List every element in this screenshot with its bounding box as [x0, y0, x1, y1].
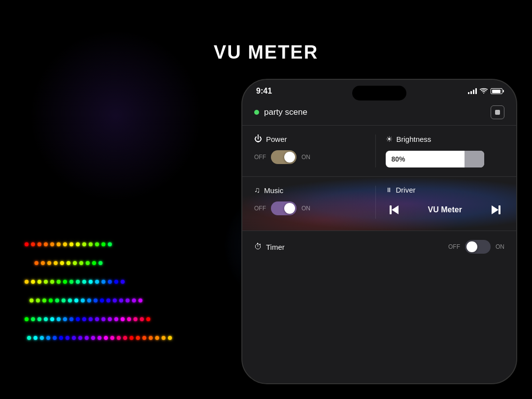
led-dot	[101, 280, 105, 284]
driver-name: VU Meter	[408, 205, 482, 214]
svg-marker-3	[492, 205, 499, 214]
power-label-text: Power	[266, 135, 287, 143]
led-dot	[25, 280, 29, 284]
music-control: ♫ Music OFF ON	[254, 186, 373, 215]
led-dot	[54, 261, 58, 265]
led-dot	[79, 261, 83, 265]
brightness-icon: ☀	[386, 134, 393, 144]
led-dot	[108, 242, 112, 246]
timer-toggle[interactable]	[465, 240, 491, 254]
phone-time: 9:41	[256, 87, 272, 96]
led-dot	[123, 336, 127, 340]
driver-control: ⏸ Driver VU Meter	[378, 186, 505, 219]
led-strips	[25, 212, 246, 374]
led-dot	[108, 317, 112, 321]
led-dot	[168, 336, 172, 340]
led-dot	[138, 299, 142, 302]
led-dot	[82, 317, 86, 321]
scene-header: party scene	[242, 100, 516, 126]
prev-icon	[388, 203, 401, 217]
led-dot	[46, 336, 50, 340]
led-dot	[50, 242, 54, 246]
led-dot	[49, 299, 53, 302]
driver-next-button[interactable]	[487, 201, 504, 219]
led-dot	[162, 336, 166, 340]
led-strip-row	[30, 299, 142, 302]
music-off-label: OFF	[254, 205, 266, 212]
led-strip-row	[25, 280, 125, 284]
led-dot	[149, 336, 153, 340]
led-dot	[76, 280, 80, 284]
led-dot	[85, 336, 89, 340]
signal-bar-4	[475, 88, 477, 94]
scene-name: party scene	[264, 107, 307, 117]
battery-fill	[492, 90, 500, 93]
led-dot	[73, 261, 77, 265]
led-dot	[31, 280, 35, 284]
page-title: VU METER	[0, 42, 532, 63]
led-dot	[89, 280, 93, 284]
led-dot	[36, 299, 40, 302]
led-dot	[37, 242, 41, 246]
led-dot	[94, 299, 98, 302]
led-dot	[72, 336, 76, 340]
power-on-label: ON	[301, 154, 310, 161]
led-dot	[69, 280, 73, 284]
led-dot	[63, 317, 67, 321]
led-dot	[33, 336, 37, 340]
svg-marker-1	[392, 205, 399, 214]
music-toggle-thumb	[284, 203, 295, 214]
driver-icon: ⏸	[386, 186, 392, 194]
led-dot	[59, 336, 63, 340]
led-dot	[44, 280, 48, 284]
led-dot	[82, 280, 86, 284]
led-dot	[53, 336, 57, 340]
power-toggle-row: OFF ON	[254, 150, 373, 164]
status-icons	[468, 88, 502, 94]
brightness-label-text: Brightness	[397, 135, 432, 143]
power-brightness-section: ⏻ Power OFF ON ☀	[242, 126, 516, 177]
led-dot	[47, 261, 51, 265]
led-dot	[31, 242, 35, 246]
music-toggle[interactable]	[271, 201, 297, 215]
led-dot	[27, 336, 31, 340]
led-dot	[44, 242, 48, 246]
brightness-value: 80%	[392, 155, 405, 163]
led-dot	[57, 317, 61, 321]
timer-toggle-row: OFF ON	[448, 240, 504, 254]
led-dot	[95, 280, 99, 284]
timer-off-label: OFF	[448, 243, 460, 250]
led-dot	[44, 317, 48, 321]
music-label-text: Music	[264, 186, 283, 195]
led-dot	[57, 242, 61, 246]
led-strip-row	[27, 336, 172, 340]
timer-section: ⏱ Timer OFF ON	[242, 231, 516, 263]
brightness-slider[interactable]: 80%	[386, 151, 484, 167]
led-dot	[110, 336, 114, 340]
led-dot	[50, 317, 54, 321]
music-driver-row: ♫ Music OFF ON ⏸	[254, 186, 504, 219]
led-dot	[99, 261, 102, 265]
led-dot	[119, 299, 123, 302]
svg-rect-0	[390, 205, 392, 214]
led-dot	[69, 242, 73, 246]
led-dot	[101, 242, 105, 246]
timer-row: ⏱ Timer OFF ON	[254, 240, 504, 254]
power-icon: ⏻	[254, 134, 262, 143]
next-icon	[489, 203, 502, 217]
power-toggle[interactable]	[271, 150, 297, 164]
led-dot	[31, 317, 35, 321]
stop-button[interactable]	[491, 105, 504, 119]
led-dot	[25, 242, 29, 246]
driver-label: ⏸ Driver	[386, 186, 505, 194]
driver-prev-button[interactable]	[386, 201, 403, 219]
music-label: ♫ Music	[254, 186, 373, 195]
led-dot	[25, 317, 29, 321]
led-dot	[86, 261, 90, 265]
power-off-label: OFF	[254, 154, 266, 161]
timer-icon: ⏱	[254, 242, 262, 251]
led-dot	[62, 299, 66, 302]
stop-icon	[495, 110, 500, 115]
music-driver-section: ♫ Music OFF ON ⏸	[242, 177, 516, 231]
music-on-label: ON	[301, 205, 310, 212]
